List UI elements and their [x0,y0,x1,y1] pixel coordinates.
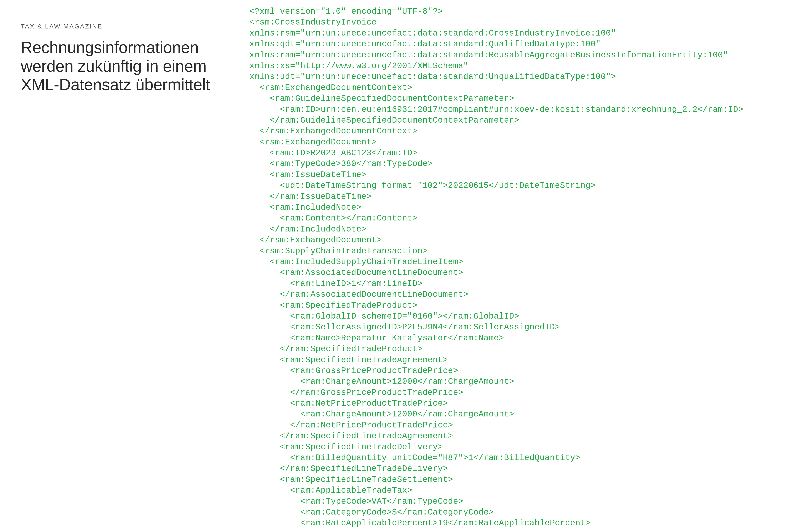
xml-line: <ram:SpecifiedTradeProduct> [249,301,418,310]
xml-line: xmlns:ram="urn:un:unece:uncefact:data:st… [249,51,728,60]
xml-line: <ram:SpecifiedLineTradeSettlement> [249,475,453,484]
xml-line: </ram:IssueDateTime> [249,192,372,202]
xml-line: <ram:IncludedSupplyChainTradeLineItem> [249,257,463,267]
headline: Rechnungsinformationen werden zukünftig … [21,38,237,94]
xml-line: </ram:GuidelineSpecifiedDocumentContextP… [249,116,519,125]
xml-line: </ram:SpecifiedTradeProduct> [249,344,422,354]
xml-line: </ram:SpecifiedLineTradeDelivery> [249,464,448,473]
xml-line: <ram:TypeCode>VAT</ram:TypeCode> [249,497,463,506]
xml-line: <ram:IssueDateTime> [249,170,366,179]
xml-code-block: <?xml version="1.0" encoding="UTF-8"?> <… [249,6,777,529]
xml-line: <udt:DateTimeString format="102">2022061… [249,181,595,190]
xml-line: <ram:BilledQuantity unitCode="H87">1</ra… [249,453,581,462]
xml-line: <ram:ChargeAmount>12000</ram:ChargeAmoun… [249,377,514,386]
xml-line: </ram:SpecifiedLineTradeAgreement> [249,432,453,441]
xml-line: </rsm:ExchangedDocumentContext> [249,127,418,136]
xml-line: <ram:ID>R2023-ABC123</ram:ID> [249,148,418,158]
xml-line: <ram:GrossPriceProductTradePrice> [249,366,458,376]
xml-line: </ram:AssociatedDocumentLineDocument> [249,290,469,299]
xml-line: xmlns:udt="urn:un:unece:uncefact:data:st… [249,72,616,81]
xml-line: xmlns:qdt="urn:un:unece:uncefact:data:st… [249,39,601,49]
xml-line: </ram:NetPriceProductTradePrice> [249,421,453,430]
xml-line: <ram:RateApplicablePercent>19</ram:RateA… [249,518,591,528]
xml-line: </rsm:ExchangedDocument> [249,235,382,245]
xml-line: <?xml version="1.0" encoding="UTF-8"?> [249,7,443,16]
xml-line: xmlns:rsm="urn:un:unece:uncefact:data:st… [249,29,616,38]
xml-line: <ram:Name>Reparatur Katalysator</ram:Nam… [249,334,504,343]
xml-line: <ram:GuidelineSpecifiedDocumentContextPa… [249,94,514,103]
xml-line: <rsm:ExchangedDocumentContext> [249,83,412,93]
right-column: <?xml version="1.0" encoding="UTF-8"?> <… [249,6,777,529]
xml-line: <ram:IncludedNote> [249,203,361,212]
xml-line: <ram:SpecifiedLineTradeAgreement> [249,355,448,365]
xml-line: <ram:CategoryCode>S</ram:CategoryCode> [249,508,494,517]
xml-line: <ram:LineID>1</ram:LineID> [249,279,422,288]
xml-line: <ram:TypeCode>380</ram:TypeCode> [249,159,433,169]
xml-line: <ram:ChargeAmount>12000</ram:ChargeAmoun… [249,410,514,419]
xml-line: <rsm:CrossIndustryInvoice [249,18,377,27]
xml-line: <ram:AssociatedDocumentLineDocument> [249,268,463,278]
xml-line: <ram:ApplicableTradeTax> [249,486,412,495]
xml-line: <ram:NetPriceProductTradePrice> [249,399,448,408]
xml-line: xmlns:xs="http://www.w3.org/2001/XMLSche… [249,61,469,71]
xml-line: <rsm:ExchangedDocument> [249,137,377,147]
xml-line: <ram:Content></ram:Content> [249,214,418,223]
left-column: TAX & LAW MAGAZINE Rechnungsinformatione… [21,6,249,529]
xml-line: <ram:GlobalID schemeID="0160"></ram:Glob… [249,312,519,321]
xml-line: <ram:ID>urn:cen.eu:en16931:2017#complian… [249,105,743,114]
page-root: TAX & LAW MAGAZINE Rechnungsinformatione… [0,0,798,529]
xml-line: </ram:GrossPriceProductTradePrice> [249,388,463,397]
xml-line: <ram:SellerAssignedID>P2L5J9N4</ram:Sell… [249,323,560,332]
xml-line: <ram:SpecifiedLineTradeDelivery> [249,442,443,452]
category-label: TAX & LAW MAGAZINE [21,23,237,30]
xml-line: <rsm:SupplyChainTradeTransaction> [249,246,428,256]
xml-line: </ram:IncludedNote> [249,225,366,234]
